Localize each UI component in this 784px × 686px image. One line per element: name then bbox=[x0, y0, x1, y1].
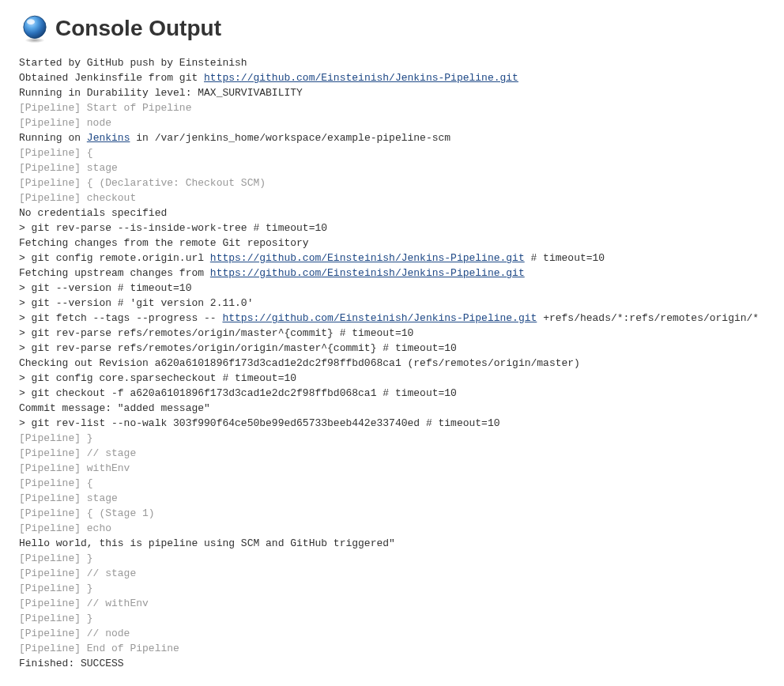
console-line: > git rev-parse refs/remotes/origin/mast… bbox=[19, 326, 765, 341]
repo-link[interactable]: https://github.com/Einsteinish/Jenkins-P… bbox=[210, 252, 525, 264]
console-line: [Pipeline] withEnv bbox=[19, 461, 765, 476]
repo-link[interactable]: https://github.com/Einsteinish/Jenkins-P… bbox=[222, 312, 537, 324]
console-line: [Pipeline] // stage bbox=[19, 566, 765, 581]
console-line: [Pipeline] Start of Pipeline bbox=[19, 100, 765, 115]
repo-link[interactable]: https://github.com/Einsteinish/Jenkins-P… bbox=[210, 267, 525, 279]
console-line: [Pipeline] echo bbox=[19, 521, 765, 536]
console-line: [Pipeline] } bbox=[19, 581, 765, 596]
console-line: Finished: SUCCESS bbox=[19, 656, 765, 671]
console-line: Checking out Revision a620a6101896f173d3… bbox=[19, 356, 765, 371]
console-line: > git config remote.origin.url https://g… bbox=[19, 251, 765, 266]
console-line: Hello world, this is pipeline using SCM … bbox=[19, 536, 765, 551]
console-line: [Pipeline] End of Pipeline bbox=[19, 641, 765, 656]
console-line: [Pipeline] { bbox=[19, 476, 765, 491]
console-line: > git rev-list --no-walk 303f990f64ce50b… bbox=[19, 416, 765, 431]
console-line: > git config core.sparsecheckout # timeo… bbox=[19, 371, 765, 386]
console-line: Fetching changes from the remote Git rep… bbox=[19, 236, 765, 251]
console-line: [Pipeline] { bbox=[19, 145, 765, 160]
console-output: Started by GitHub push by EinsteinishObt… bbox=[19, 55, 765, 671]
console-line: Running in Durability level: MAX_SURVIVA… bbox=[19, 85, 765, 100]
console-line: [Pipeline] { (Declarative: Checkout SCM) bbox=[19, 175, 765, 190]
console-line: Started by GitHub push by Einsteinish bbox=[19, 55, 765, 70]
console-line: Obtained Jenkinsfile from git https://gi… bbox=[19, 70, 765, 85]
blue-ball-icon bbox=[19, 13, 51, 44]
console-line: > git rev-parse refs/remotes/origin/orig… bbox=[19, 341, 765, 356]
console-line: > git checkout -f a620a6101896f173d3cad1… bbox=[19, 386, 765, 401]
console-line: Commit message: "added message" bbox=[19, 401, 765, 416]
console-line: > git rev-parse --is-inside-work-tree # … bbox=[19, 220, 765, 236]
console-line: [Pipeline] stage bbox=[19, 491, 765, 506]
page-header: Console Output bbox=[19, 13, 765, 44]
console-line: [Pipeline] node bbox=[19, 115, 765, 130]
console-line: > git --version # 'git version 2.11.0' bbox=[19, 296, 765, 311]
console-line: [Pipeline] // stage bbox=[19, 446, 765, 461]
console-line: Running on Jenkins in /var/jenkins_home/… bbox=[19, 130, 765, 145]
console-line: [Pipeline] // node bbox=[19, 626, 765, 641]
console-line: [Pipeline] } bbox=[19, 431, 765, 446]
console-line: [Pipeline] checkout bbox=[19, 190, 765, 205]
page-title: Console Output bbox=[55, 16, 221, 41]
console-line: [Pipeline] { (Stage 1) bbox=[19, 506, 765, 521]
repo-link[interactable]: https://github.com/Einsteinish/Jenkins-P… bbox=[204, 72, 518, 84]
console-line: [Pipeline] // withEnv bbox=[19, 596, 765, 611]
jenkins-node-link[interactable]: Jenkins bbox=[87, 132, 130, 144]
console-line: [Pipeline] } bbox=[19, 611, 765, 626]
svg-point-1 bbox=[24, 16, 46, 38]
console-line: > git --version # timeout=10 bbox=[19, 281, 765, 296]
svg-point-2 bbox=[27, 19, 35, 24]
console-line: > git fetch --tags --progress -- https:/… bbox=[19, 311, 765, 326]
console-line: [Pipeline] } bbox=[19, 551, 765, 566]
console-line: No credentials specified bbox=[19, 205, 765, 220]
console-line: Fetching upstream changes from https://g… bbox=[19, 266, 765, 281]
console-line: [Pipeline] stage bbox=[19, 160, 765, 175]
